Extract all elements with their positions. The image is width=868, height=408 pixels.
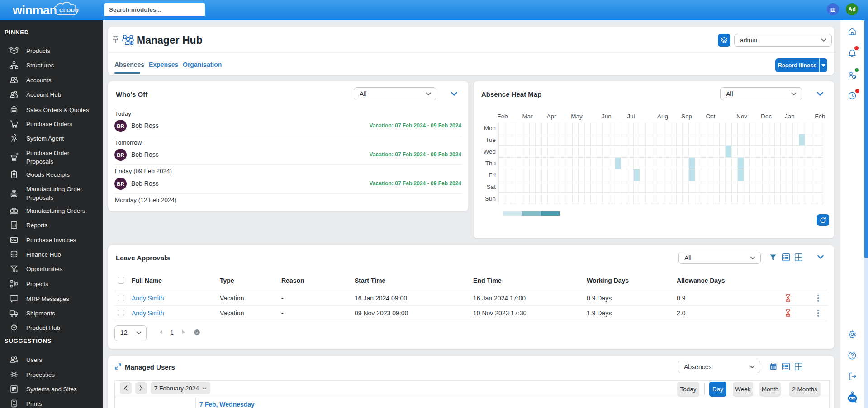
- svg-text:CLOUD: CLOUD: [59, 8, 79, 13]
